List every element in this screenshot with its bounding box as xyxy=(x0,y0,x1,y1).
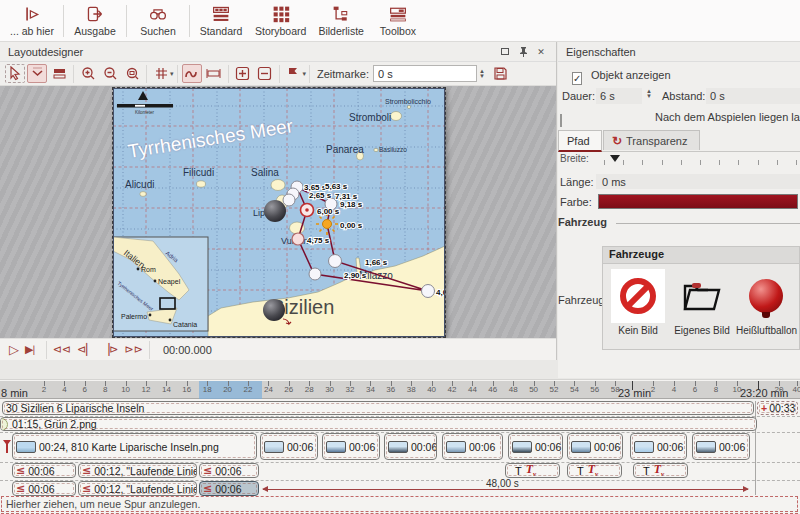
effect-clip[interactable]: ≤00:06 xyxy=(12,463,76,478)
effect-clip[interactable]: ≤00:12, "Laufende Linie" xyxy=(78,481,197,496)
toolbar-button-storyboard[interactable]: Storyboard xyxy=(249,1,312,41)
pin-icon[interactable] xyxy=(516,45,530,59)
timeline-ruler[interactable]: 8 min 23 min 23:20 min 24681012141618202… xyxy=(0,381,800,399)
next-chapter-clip[interactable]: + 00:33 xyxy=(757,401,798,415)
toolbar-button-label: Suchen xyxy=(140,25,176,37)
grid-icon[interactable] xyxy=(151,64,171,83)
show-handles-toggle-icon[interactable] xyxy=(27,64,47,83)
duration-arrow xyxy=(263,489,748,490)
image-clip[interactable]: 00:06 xyxy=(630,433,687,460)
vehicle-option-heissluftballon[interactable]: Heißluftballon xyxy=(736,269,796,336)
vehicle-option-kein-bild[interactable]: Kein Bild xyxy=(608,269,668,336)
abstand-value[interactable]: 0 s xyxy=(710,90,725,102)
toolbar-button-toolbox[interactable]: Toolbox xyxy=(370,1,426,41)
image-clip[interactable]: 00:06 xyxy=(322,433,380,460)
effect-clip[interactable]: ≤00:06 xyxy=(12,481,76,496)
objekt-anzeigen-checkbox[interactable]: ✓ xyxy=(572,68,582,86)
vehicle-option-eigenes-bild[interactable]: Eigenes Bild xyxy=(672,269,732,336)
image-clip[interactable]: 00:06 xyxy=(567,433,623,460)
map-image-object[interactable]: Kilometer Tyrrhenisches Meer Strombolicc… xyxy=(113,88,445,337)
ruler-tick-label: 26 xyxy=(284,385,293,394)
ruler-tick-label: 6 xyxy=(693,385,697,394)
ruler-tick-label: 14 xyxy=(162,385,171,394)
timeline-panel: 8 min 23 min 23:20 min 24681012141618202… xyxy=(0,379,800,514)
toolbar-button-standard[interactable]: Standard xyxy=(193,1,249,41)
effect-clip[interactable]: ≤00:12, "Laufende Linie" xyxy=(78,463,197,478)
map-label-strombolicchio: Strombolicchio xyxy=(385,98,431,105)
text-effect-clip[interactable]: TTv xyxy=(505,463,560,478)
ruler-tick-label: 36 xyxy=(386,385,395,394)
zeitmarke-spinner[interactable]: ▲▼ xyxy=(479,69,485,79)
maximize-icon[interactable] xyxy=(498,45,512,59)
ruler-tick-label: 24 xyxy=(264,385,273,394)
clip-thumbnail xyxy=(571,441,591,453)
toolbar-button-label: Bilderliste xyxy=(318,25,364,37)
prev-frame-icon[interactable]: ⊲▏ xyxy=(77,344,95,355)
select-tool-icon[interactable] xyxy=(5,64,25,83)
breite-slider[interactable] xyxy=(602,152,798,166)
main-image-clip[interactable]: 00:24, 810 Karte Liparische Inseln.png xyxy=(12,433,257,460)
toolbar-button-ausgabe[interactable]: Ausgabe xyxy=(67,1,123,41)
grid-dropdown-icon[interactable]: ▾ xyxy=(170,70,174,78)
text-effect-clip[interactable]: TTv xyxy=(567,463,622,478)
next-frame-icon[interactable]: ▕⊳ xyxy=(101,344,119,355)
close-icon[interactable]: ✕ xyxy=(534,45,548,59)
image-clip[interactable]: 00:06 xyxy=(692,433,750,460)
abstand-label: Abstand: xyxy=(662,90,705,102)
image-clip[interactable]: 00:06 xyxy=(442,433,503,460)
zeitmarke-input[interactable] xyxy=(373,65,477,82)
background-clip[interactable]: 01:15, Grün 2.png xyxy=(0,417,757,431)
path-handle-sphere-start[interactable] xyxy=(264,200,286,222)
path-curve-tool-icon[interactable] xyxy=(182,64,202,83)
chapter-clip[interactable]: 30 Sizilien 6 Liparische Inseln xyxy=(2,401,754,415)
toolbar-button-bilderliste[interactable]: Bilderliste xyxy=(312,1,370,41)
image-clip[interactable]: 00:06 xyxy=(384,433,437,460)
play-from-marker-icon[interactable]: ▶▏ xyxy=(25,344,40,355)
marker-dropdown-icon[interactable]: ▾ xyxy=(303,70,307,78)
dauer-spinner[interactable]: ▲▼ xyxy=(646,89,652,99)
effect-clip[interactable]: ≤00:06 xyxy=(199,463,259,478)
designer-canvas[interactable]: Kilometer Tyrrhenisches Meer Strombolicc… xyxy=(0,86,556,338)
map-label-salina: Salina xyxy=(251,167,279,178)
text-icon-plain: T xyxy=(577,465,584,477)
ruler-tick-label: 38 xyxy=(407,385,416,394)
breite-slider-thumb[interactable] xyxy=(610,155,620,162)
zoom-out-icon[interactable] xyxy=(100,64,120,83)
ruler-tick-label: 56 xyxy=(590,385,599,394)
ruler-tick-label: 32 xyxy=(346,385,355,394)
ruler-tick-label: 10 xyxy=(733,385,742,394)
ruler-tick-label: 50 xyxy=(529,385,538,394)
new-track-dropzone[interactable]: Hierher ziehen, um neue Spur anzulegen. xyxy=(1,496,798,512)
laenge-label: Länge: xyxy=(560,176,594,188)
skip-forward-icon[interactable]: ⊳⊳ xyxy=(124,344,142,355)
path-color-swatch[interactable] xyxy=(598,194,798,209)
toolbar-button-ab-hier[interactable]: ... ab hier xyxy=(4,1,60,41)
image-clip[interactable]: 00:06 xyxy=(508,433,563,460)
rename-icon[interactable] xyxy=(204,64,224,83)
map-label-alicudi: Alicudi xyxy=(125,179,154,190)
play-icon[interactable]: ▷ xyxy=(9,343,19,356)
remove-point-icon[interactable] xyxy=(255,64,275,83)
add-point-icon[interactable] xyxy=(233,64,253,83)
zoom-fit-icon[interactable] xyxy=(122,64,142,83)
toolbar-button-label: Ausgabe xyxy=(74,25,115,37)
image-clip[interactable]: 00:06 xyxy=(260,433,318,460)
effect-clip-selected[interactable]: ≤00:06 xyxy=(199,481,259,496)
toolbar-button-suchen[interactable]: Suchen xyxy=(130,1,186,41)
zoom-in-icon[interactable] xyxy=(78,64,98,83)
save-icon[interactable] xyxy=(491,64,511,83)
text-effect-clip[interactable]: TTv xyxy=(633,463,688,478)
ruler-tick-label: 4 xyxy=(672,385,676,394)
objekt-anzeigen-label: Objekt anzeigen xyxy=(591,69,671,81)
tab-pfad[interactable]: Pfad xyxy=(558,130,602,152)
green-image-icon xyxy=(0,418,8,431)
dauer-value[interactable]: 6 s xyxy=(600,90,615,102)
layoutdesigner-title: Layoutdesigner xyxy=(8,46,83,58)
layout-bars-icon[interactable] xyxy=(49,64,69,83)
marker-flag-icon[interactable] xyxy=(284,64,304,83)
liegen-lassen-checkbox[interactable] xyxy=(560,110,562,128)
skip-back-icon[interactable]: ⊲⊲ xyxy=(53,344,71,355)
path-handle-sphere-end[interactable] xyxy=(263,299,285,321)
tab-transparenz[interactable]: ↻Transparenz xyxy=(603,130,700,150)
laenge-value: 0 ms xyxy=(602,176,626,188)
